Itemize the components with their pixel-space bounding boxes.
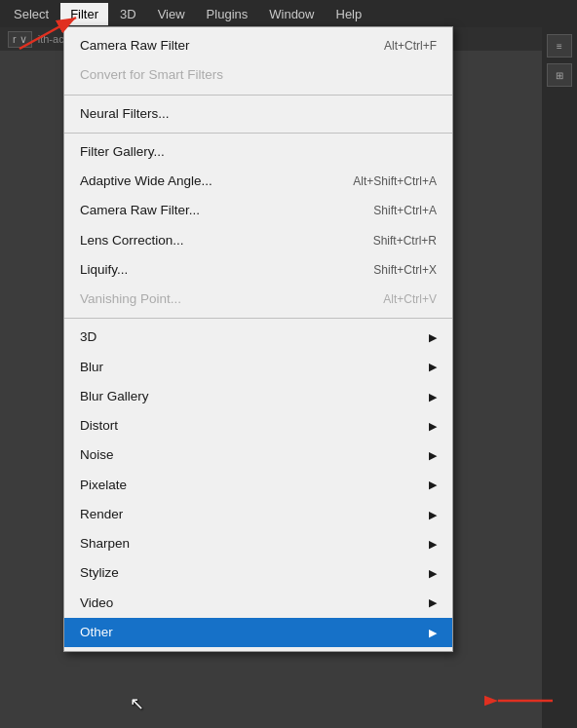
menu-item-label: Pixelate (80, 476, 127, 495)
menu-item-label: Lens Correction... (80, 231, 184, 250)
menu-item-filter-gallery[interactable]: Filter Gallery... (64, 137, 452, 167)
menu-item-blur[interactable]: Blur ▶ (64, 353, 452, 382)
menu-item-noise[interactable]: Noise ▶ (64, 441, 452, 470)
submenu-arrow-noise: ▶ (429, 447, 437, 464)
menu-bar-3d[interactable]: 3D (110, 3, 146, 25)
menu-item-label: Video (80, 594, 113, 613)
menu-item-label: Distort (80, 416, 118, 436)
menu-item-sharpen[interactable]: Sharpen ▶ (64, 529, 452, 558)
menu-item-label: Blur Gallery (80, 387, 149, 406)
menu-bar-plugins[interactable]: Plugins (197, 3, 258, 25)
red-arrow-top (10, 8, 88, 57)
submenu-arrow-video: ▶ (429, 594, 437, 611)
filter-dropdown: Camera Raw Filter Alt+Ctrl+F Convert for… (63, 26, 453, 652)
menu-item-render[interactable]: Render ▶ (64, 500, 452, 529)
submenu-arrow-other: ▶ (429, 625, 437, 641)
menu-item-shortcut: Shift+Ctrl+R (373, 232, 437, 249)
menu-item-distort[interactable]: Distort ▶ (64, 411, 452, 441)
menu-item-label: Noise (80, 445, 114, 465)
submenu-arrow-blur: ▶ (429, 359, 437, 375)
menu-item-label: Vanishing Point... (80, 289, 181, 309)
menu-item-vanishing-point: Vanishing Point... Alt+Ctrl+V (64, 285, 452, 314)
submenu-arrow-stylize: ▶ (429, 565, 437, 582)
menu-item-liquify[interactable]: Liquify... Shift+Ctrl+X (64, 255, 452, 285)
menu-item-camera-raw-filter[interactable]: Camera Raw Filter Alt+Ctrl+F (64, 31, 452, 60)
submenu-arrow-blur-gallery: ▶ (429, 389, 437, 405)
separator-3 (64, 318, 452, 319)
menu-item-label: Camera Raw Filter (80, 36, 190, 56)
menu-item-stylize[interactable]: Stylize ▶ (64, 558, 452, 588)
menu-item-label: Camera Raw Filter... (80, 201, 200, 220)
menu-item-shortcut: Shift+Ctrl+X (373, 261, 437, 279)
menu-item-shortcut: Alt+Ctrl+F (384, 37, 437, 55)
svg-line-1 (19, 18, 76, 49)
toolbar-icon-2: ⊞ (547, 63, 572, 87)
separator-1 (64, 95, 452, 96)
menu-item-label: Blur (80, 358, 103, 377)
menu-item-camera-raw-filter-2[interactable]: Camera Raw Filter... Shift+Ctrl+A (64, 196, 452, 225)
menu-item-label: Filter Gallery... (80, 142, 165, 162)
menu-item-label: Render (80, 505, 123, 524)
right-toolbar: ≡ ⊞ (542, 0, 577, 728)
menu-item-label: 3D (80, 327, 96, 347)
menu-bar-help[interactable]: Help (327, 3, 372, 25)
submenu-arrow-3d: ▶ (429, 329, 437, 346)
menu-item-neural-filters[interactable]: Neural Filters... (64, 99, 452, 129)
menu-bar-view[interactable]: View (148, 3, 195, 25)
red-arrow-other (484, 681, 562, 720)
menu-item-blur-gallery[interactable]: Blur Gallery ▶ (64, 382, 452, 411)
menu-item-shortcut: Shift+Ctrl+A (373, 202, 437, 219)
submenu-arrow-render: ▶ (429, 507, 437, 523)
menu-item-label: Sharpen (80, 534, 130, 554)
menu-item-shortcut: Alt+Ctrl+V (383, 290, 437, 308)
menu-item-convert-smart: Convert for Smart Filters (64, 60, 452, 90)
submenu-arrow-sharpen: ▶ (429, 536, 437, 553)
menu-item-label: Adaptive Wide Angle... (80, 172, 212, 191)
menu-item-label: Neural Filters... (80, 104, 170, 124)
menu-item-adaptive-wide-angle[interactable]: Adaptive Wide Angle... Alt+Shift+Ctrl+A (64, 167, 452, 196)
menu-item-label: Stylize (80, 563, 119, 583)
menu-item-label: Other (80, 623, 113, 642)
submenu-arrow-pixelate: ▶ (429, 477, 437, 493)
menu-item-other[interactable]: Other ▶ (64, 618, 452, 647)
menu-item-video[interactable]: Video ▶ (64, 589, 452, 618)
menu-item-3d[interactable]: 3D ▶ (64, 323, 452, 352)
separator-2 (64, 133, 452, 134)
menu-item-shortcut: Alt+Shift+Ctrl+A (353, 172, 437, 190)
menu-item-pixelate[interactable]: Pixelate ▶ (64, 471, 452, 500)
menu-item-label: Convert for Smart Filters (80, 65, 223, 85)
menu-item-label: Liquify... (80, 260, 128, 280)
toolbar-icon-1: ≡ (547, 34, 572, 57)
menu-bar-window[interactable]: Window (259, 3, 324, 25)
menu-item-lens-correction[interactable]: Lens Correction... Shift+Ctrl+R (64, 226, 452, 255)
submenu-arrow-distort: ▶ (429, 418, 437, 435)
